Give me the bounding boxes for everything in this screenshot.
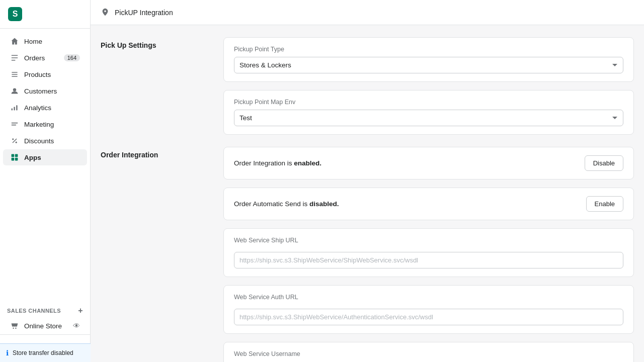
discounts-icon <box>10 136 19 145</box>
orders-badge: 164 <box>64 54 80 61</box>
pickup-point-type-label: Pickup Point Type <box>234 46 623 53</box>
sidebar-item-customers-label: Customers <box>24 87 57 95</box>
sidebar-item-products-label: Products <box>24 71 51 78</box>
svg-rect-10 <box>15 154 18 157</box>
svg-rect-2 <box>12 60 16 61</box>
svg-rect-0 <box>12 55 18 56</box>
sidebar-item-marketing[interactable]: Marketing <box>3 116 87 132</box>
sidebar-item-home[interactable]: Home <box>3 33 87 49</box>
store-transfer-bar: ℹ Store transfer disabled <box>0 343 91 362</box>
order-integration-cards: Order Integration is enabled. Disable Or… <box>223 147 634 362</box>
sidebar-item-customers[interactable]: Customers <box>3 83 87 99</box>
integration-enabled-badge: enabled. <box>294 159 321 167</box>
sales-channels-header: SALES CHANNELS + <box>0 301 90 317</box>
auto-send-disabled-badge: disabled. <box>309 200 339 208</box>
disable-button[interactable]: Disable <box>585 155 623 171</box>
order-integration-section: Order Integration Order Integration is e… <box>101 147 634 362</box>
marketing-icon <box>10 120 19 129</box>
sidebar-item-products[interactable]: Products <box>3 66 87 82</box>
sidebar-item-analytics-label: Analytics <box>24 104 51 112</box>
integration-status-row: Order Integration is enabled. Disable <box>234 155 623 171</box>
sidebar-logo: S <box>0 0 90 29</box>
online-store-eye-icon[interactable]: 👁 <box>73 322 80 330</box>
ship-url-card: Web Service Ship URL <box>223 228 634 277</box>
svg-rect-12 <box>15 158 18 161</box>
svg-point-7 <box>12 138 14 140</box>
add-sales-channel-button[interactable]: + <box>78 306 83 315</box>
analytics-icon <box>10 103 19 112</box>
svg-rect-1 <box>12 57 18 58</box>
svg-rect-4 <box>12 109 13 111</box>
svg-rect-11 <box>12 158 15 161</box>
sidebar-item-discounts-label: Discounts <box>24 137 54 145</box>
enable-button[interactable]: Enable <box>586 196 623 212</box>
sidebar-item-marketing-label: Marketing <box>24 121 54 128</box>
integration-status-text: Order Integration is enabled. <box>234 159 321 167</box>
topbar-title: PickUP Integration <box>115 9 173 17</box>
svg-point-3 <box>13 88 16 91</box>
main-content: PickUP Integration Pick Up Settings Pick… <box>91 0 644 362</box>
ship-url-input[interactable] <box>234 252 623 268</box>
pickup-point-map-env-card: Pickup Point Map Env Test Production <box>223 90 634 135</box>
topbar: PickUP Integration <box>91 0 644 25</box>
svg-point-8 <box>16 142 17 143</box>
sidebar-item-apps-label: Apps <box>24 154 41 161</box>
order-integration-label: Order Integration <box>101 147 211 362</box>
nav-section-main: Home Orders 164 Products Customers <box>0 29 90 301</box>
sidebar-item-discounts[interactable]: Discounts <box>3 133 87 149</box>
pickup-icon <box>101 8 111 18</box>
auto-send-status-card: Order Automatic Send is disabled. Enable <box>223 188 634 220</box>
pickup-point-map-env-select[interactable]: Test Production <box>234 110 623 126</box>
svg-rect-6 <box>16 105 17 110</box>
customers-icon <box>10 86 19 96</box>
sidebar: S Home Orders 164 Products <box>0 0 91 362</box>
store-transfer-label: Store transfer disabled <box>13 349 73 356</box>
username-label: Web Service Username <box>234 350 623 357</box>
svg-rect-9 <box>12 154 15 157</box>
online-store-icon <box>10 321 19 330</box>
sidebar-item-online-store[interactable]: Online Store 👁 <box>3 318 87 334</box>
sidebar-item-analytics[interactable]: Analytics <box>3 100 87 116</box>
auto-send-row: Order Automatic Send is disabled. Enable <box>234 196 623 212</box>
svg-rect-5 <box>14 107 15 110</box>
pickup-point-type-card: Pickup Point Type Stores & Lockers Store… <box>223 37 634 82</box>
auto-send-status-text: Order Automatic Send is disabled. <box>234 200 339 208</box>
sidebar-item-orders-label: Orders <box>24 54 45 62</box>
auth-url-card: Web Service Auth URL <box>223 285 634 334</box>
auth-url-label: Web Service Auth URL <box>234 294 623 301</box>
svg-point-14 <box>15 328 16 329</box>
products-icon <box>10 70 19 79</box>
sales-channels-label: SALES CHANNELS <box>7 308 61 314</box>
sidebar-item-home-label: Home <box>24 38 42 45</box>
pickup-settings-label: Pick Up Settings <box>101 37 211 135</box>
auth-url-input[interactable] <box>234 309 623 325</box>
pickup-settings-cards: Pickup Point Type Stores & Lockers Store… <box>223 37 634 135</box>
orders-icon <box>10 53 19 62</box>
apps-icon <box>10 153 19 162</box>
shop-logo: S <box>8 7 22 21</box>
svg-point-13 <box>13 328 14 329</box>
sales-channels-section: SALES CHANNELS + Online Store 👁 <box>0 301 90 334</box>
home-icon <box>10 37 19 46</box>
sidebar-item-orders[interactable]: Orders 164 <box>3 50 87 66</box>
online-store-label: Online Store <box>24 322 62 330</box>
pickup-settings-section: Pick Up Settings Pickup Point Type Store… <box>101 37 634 135</box>
content-area: Pick Up Settings Pickup Point Type Store… <box>91 25 644 362</box>
sidebar-item-apps[interactable]: Apps <box>3 149 87 165</box>
pickup-point-type-select[interactable]: Stores & Lockers Stores Only Lockers Onl… <box>234 57 623 73</box>
integration-status-card: Order Integration is enabled. Disable <box>223 147 634 179</box>
info-icon: ℹ <box>6 349 9 357</box>
ship-url-label: Web Service Ship URL <box>234 237 623 244</box>
username-card: Web Service Username <box>223 342 634 362</box>
pickup-point-map-env-label: Pickup Point Map Env <box>234 99 623 106</box>
